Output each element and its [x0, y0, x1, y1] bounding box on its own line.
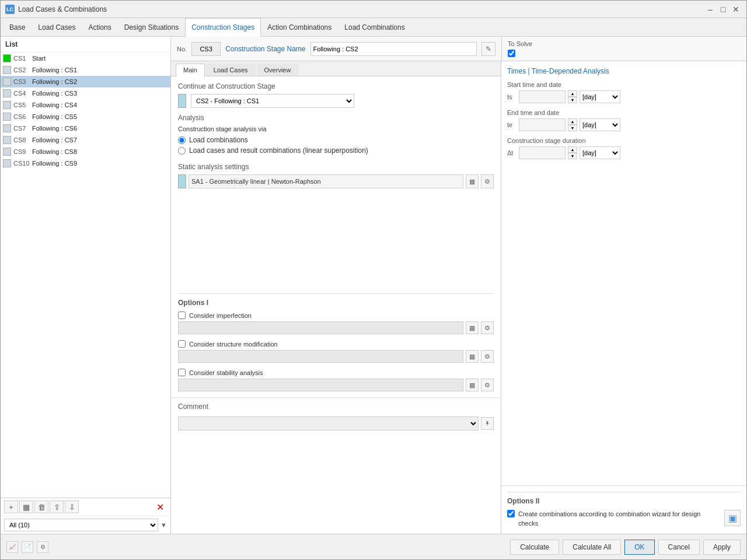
name-input[interactable]: [310, 42, 477, 56]
duration-unit[interactable]: [day]: [580, 146, 620, 159]
stability-settings-btn[interactable]: ⚙: [481, 379, 494, 391]
list-area[interactable]: CS1 Start CS2 Following : CS1 CS3 Follow…: [1, 52, 170, 498]
list-item-id: CS5: [13, 102, 32, 108]
list-item-color: [3, 159, 11, 167]
sa-copy-button[interactable]: ▦: [466, 174, 479, 188]
cancel-button[interactable]: Cancel: [658, 540, 700, 555]
status-icon-2[interactable]: 📄: [22, 541, 33, 553]
move-down-button[interactable]: ⇩: [65, 501, 79, 513]
end-time-unit[interactable]: [day]: [580, 118, 620, 131]
list-item-cs8[interactable]: CS8 Following : CS7: [1, 134, 170, 146]
structure-mod-copy-btn[interactable]: ▦: [466, 350, 479, 363]
tab-action-combinations[interactable]: Action Combinations: [261, 18, 338, 36]
end-time-input-row: te ▲ ▼ [day]: [507, 118, 741, 131]
imperfection-copy-btn[interactable]: ▦: [466, 321, 479, 334]
top-section: No. Construction Stage Name ✎ To Solve: [171, 37, 746, 61]
tab-actions[interactable]: Actions: [82, 18, 117, 36]
end-time-label: End time and date: [507, 109, 741, 116]
continue-select[interactable]: CS2 - Following : CS1: [191, 94, 354, 108]
list-item-cs4[interactable]: CS4 Following : CS3: [1, 88, 170, 99]
list-item-cs5[interactable]: CS5 Following : CS4: [1, 99, 170, 111]
list-item-name: Following : CS9: [32, 160, 77, 167]
solve-checkbox[interactable]: [508, 50, 515, 57]
comment-edit-btn[interactable]: 🖈: [481, 417, 494, 430]
end-time-input[interactable]: [519, 118, 566, 131]
static-label: Static analysis settings: [178, 163, 494, 171]
list-item-cs2[interactable]: CS2 Following : CS1: [1, 64, 170, 76]
radio-load-combinations[interactable]: Load combinations: [178, 136, 494, 144]
edit-name-button[interactable]: ✎: [481, 42, 495, 56]
imperfection-input[interactable]: [178, 321, 463, 334]
maximize-button[interactable]: □: [717, 4, 729, 15]
duration-down[interactable]: ▼: [568, 153, 577, 159]
status-icon-1[interactable]: 📈: [6, 541, 18, 553]
list-item-cs10[interactable]: CS10 Following : CS9: [1, 158, 170, 169]
right-column: Times | Time-Depended Analysis Start tim…: [501, 61, 746, 534]
tab-design-situations[interactable]: Design Situations: [118, 18, 185, 36]
list-item-color: [3, 101, 11, 109]
comment-select[interactable]: [178, 416, 479, 430]
move-up-button[interactable]: ⇧: [50, 501, 64, 513]
sa-input[interactable]: [189, 174, 463, 188]
stability-input[interactable]: [178, 379, 463, 391]
structure-mod-label[interactable]: Consider structure modification: [189, 341, 278, 348]
radio-linear[interactable]: Load cases and result combinations (line…: [178, 146, 494, 155]
structure-mod-input[interactable]: [178, 350, 463, 363]
list-item-cs7[interactable]: CS7 Following : CS6: [1, 123, 170, 134]
list-item-cs6[interactable]: CS6 Following : CS5: [1, 111, 170, 123]
imperfection-checkbox[interactable]: [178, 312, 186, 319]
radio-linear-input[interactable]: [178, 147, 186, 155]
structure-mod-settings-btn[interactable]: ⚙: [481, 350, 494, 363]
end-time-up[interactable]: ▲: [568, 118, 577, 125]
combo-wizard-checkbox[interactable]: [507, 510, 515, 517]
copy-button[interactable]: ▦: [19, 501, 33, 513]
add-button[interactable]: +: [4, 501, 18, 513]
list-item-cs3[interactable]: CS3 Following : CS2: [1, 76, 170, 88]
start-time-down[interactable]: ▼: [568, 97, 577, 103]
list-item-cs9[interactable]: CS9 Following : CS8: [1, 146, 170, 158]
combo-wizard-button[interactable]: ▣: [724, 510, 741, 526]
tab-main[interactable]: Main: [176, 64, 205, 76]
imperfection-label[interactable]: Consider imperfection: [189, 312, 252, 319]
status-icon-3[interactable]: ⚙: [37, 541, 48, 553]
stability-checkbox[interactable]: [178, 369, 186, 376]
calculate-all-button[interactable]: Calculate All: [563, 540, 621, 555]
stability-input-row: ▦ ⚙: [178, 379, 494, 391]
tab-load-combinations[interactable]: Load Combinations: [338, 18, 411, 36]
list-item-id: CS7: [13, 125, 32, 132]
list-item-id: CS2: [13, 66, 32, 74]
imperfection-input-row: ▦ ⚙: [178, 321, 494, 334]
calculate-button[interactable]: Calculate: [510, 540, 559, 555]
start-time-unit[interactable]: [day]: [580, 90, 620, 103]
clear-button[interactable]: ✕: [153, 501, 167, 513]
combo-wizard-label[interactable]: Create combinations according to combina…: [518, 510, 721, 528]
filter-select[interactable]: All (10): [4, 519, 158, 531]
tab-load-cases-detail[interactable]: Load Cases: [206, 64, 256, 76]
sa-settings-button[interactable]: ⚙: [481, 174, 494, 188]
tab-overview[interactable]: Overview: [257, 64, 299, 76]
start-time-spinner: ▲ ▼: [568, 90, 577, 103]
start-time-up[interactable]: ▲: [568, 90, 577, 97]
stability-label[interactable]: Consider stability analysis: [189, 369, 263, 376]
tab-construction-stages[interactable]: Construction Stages: [185, 18, 261, 37]
list-item-cs1[interactable]: CS1 Start: [1, 52, 170, 64]
stability-copy-btn[interactable]: ▦: [466, 379, 479, 391]
radio-group: Load combinations Load cases and result …: [178, 136, 494, 155]
radio-load-combinations-input[interactable]: [178, 136, 186, 144]
duration-input[interactable]: [519, 146, 566, 159]
duration-input-row: Δt ▲ ▼ [day]: [507, 146, 741, 159]
close-button[interactable]: ✕: [730, 4, 742, 15]
imperfection-settings-btn[interactable]: ⚙: [481, 321, 494, 334]
duration-label: Construction stage duration: [507, 137, 741, 144]
end-time-down[interactable]: ▼: [568, 125, 577, 131]
minimize-button[interactable]: –: [704, 4, 716, 15]
structure-mod-checkbox[interactable]: [178, 340, 186, 348]
start-time-input[interactable]: [519, 90, 566, 103]
no-input[interactable]: [191, 42, 221, 56]
apply-button[interactable]: Apply: [703, 540, 741, 555]
tab-load-cases[interactable]: Load Cases: [32, 18, 82, 36]
tab-base[interactable]: Base: [3, 18, 32, 36]
ok-button[interactable]: OK: [624, 540, 654, 555]
delete-button[interactable]: 🗑: [34, 501, 48, 513]
duration-up[interactable]: ▲: [568, 146, 577, 153]
